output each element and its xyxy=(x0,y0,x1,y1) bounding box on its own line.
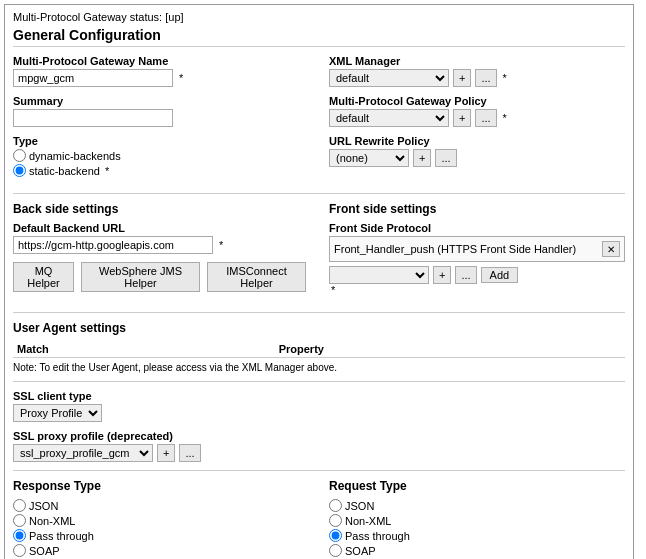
response-soap-label: SOAP xyxy=(29,545,60,557)
user-agent-section: User Agent settings Match Property Note:… xyxy=(13,321,625,373)
request-soap-radio[interactable] xyxy=(329,544,342,557)
response-nonxml-label: Non-XML xyxy=(29,515,75,527)
ssl-proxy-profile-select[interactable]: ssl_proxy_profile_gcm xyxy=(13,444,153,462)
user-agent-table: Match Property xyxy=(13,341,625,358)
request-passthrough-label: Pass through xyxy=(345,530,410,542)
status-label: Multi-Protocol Gateway status: xyxy=(13,11,162,23)
xml-manager-group: XML Manager default + ... * xyxy=(329,55,625,87)
xml-manager-row: default + ... * xyxy=(329,69,625,87)
type-static: static-backend * xyxy=(13,164,309,177)
request-type-radio-group: JSON Non-XML Pass through SOAP XML xyxy=(329,499,625,559)
request-type-title: Request Type xyxy=(329,479,625,493)
gateway-policy-row: default + ... * xyxy=(329,109,625,127)
xml-manager-add-btn[interactable]: + xyxy=(453,69,471,87)
response-type-radio-group: JSON Non-XML Pass through SOAP XML xyxy=(13,499,309,559)
response-nonxml: Non-XML xyxy=(13,514,309,527)
url-rewrite-add-btn[interactable]: + xyxy=(413,149,431,167)
gateway-name-input[interactable] xyxy=(13,69,173,87)
gateway-policy-add-btn[interactable]: + xyxy=(453,109,471,127)
back-side-title: Back side settings xyxy=(13,202,309,216)
summary-input[interactable] xyxy=(13,109,173,127)
ssl-client-type-select[interactable]: Proxy Profile xyxy=(13,404,102,422)
url-rewrite-ellipsis-btn[interactable]: ... xyxy=(435,149,456,167)
front-protocol-value: Front_Handler_push (HTTPS Front Side Han… xyxy=(334,243,602,255)
user-agent-title: User Agent settings xyxy=(13,321,625,335)
xml-manager-ellipsis-btn[interactable]: ... xyxy=(475,69,496,87)
gateway-policy-required: * xyxy=(503,112,507,124)
gateway-policy-select[interactable]: default xyxy=(329,109,449,127)
gateway-name-group: Multi-Protocol Gateway Name * xyxy=(13,55,309,87)
response-soap-radio[interactable] xyxy=(13,544,26,557)
response-passthrough-label: Pass through xyxy=(29,530,94,542)
imsconnect-helper-btn[interactable]: IMSConnect Helper xyxy=(207,262,306,292)
status-value: [up] xyxy=(165,11,183,23)
xml-manager-required: * xyxy=(503,72,507,84)
request-passthrough-radio[interactable] xyxy=(329,529,342,542)
ssl-proxy-profile-row: ssl_proxy_profile_gcm + ... xyxy=(13,444,625,462)
request-nonxml-radio[interactable] xyxy=(329,514,342,527)
front-protocol-select[interactable] xyxy=(329,266,429,284)
back-side-section: Back side settings Default Backend URL *… xyxy=(13,202,309,304)
backend-url-required: * xyxy=(219,239,223,251)
summary-label: Summary xyxy=(13,95,309,107)
type-dynamic-radio[interactable] xyxy=(13,149,26,162)
gateway-policy-group: Multi-Protocol Gateway Policy default + … xyxy=(329,95,625,127)
websphere-helper-btn[interactable]: WebSphere JMS Helper xyxy=(81,262,200,292)
xml-manager-select[interactable]: default xyxy=(329,69,449,87)
type-static-label: static-backend xyxy=(29,165,100,177)
request-type-section: Request Type JSON Non-XML Pass through S… xyxy=(329,479,625,559)
url-rewrite-select[interactable]: (none) xyxy=(329,149,409,167)
type-static-radio[interactable] xyxy=(13,164,26,177)
front-protocol-add-btn[interactable]: Add xyxy=(481,267,519,283)
ssl-proxy-ellipsis-btn[interactable]: ... xyxy=(179,444,200,462)
front-protocol-add-row: + ... Add xyxy=(329,266,625,284)
response-json-radio[interactable] xyxy=(13,499,26,512)
backend-url-input[interactable] xyxy=(13,236,213,254)
backend-url-group: Default Backend URL * xyxy=(13,222,309,254)
right-top: XML Manager default + ... * Multi-Protoc… xyxy=(329,55,625,185)
request-soap-label: SOAP xyxy=(345,545,376,557)
gateway-policy-label: Multi-Protocol Gateway Policy xyxy=(329,95,625,107)
type-label: Type xyxy=(13,135,309,147)
request-nonxml: Non-XML xyxy=(329,514,625,527)
helper-buttons-row: MQ Helper WebSphere JMS Helper IMSConnec… xyxy=(13,262,309,292)
response-soap: SOAP xyxy=(13,544,309,557)
top-section: Multi-Protocol Gateway Name * Summary Ty… xyxy=(13,55,625,185)
front-side-section: Front side settings Front Side Protocol … xyxy=(329,202,625,304)
type-group: Type dynamic-backends static-backend * xyxy=(13,135,309,177)
ssl-proxy-profile-label: SSL proxy profile (deprecated) xyxy=(13,430,625,442)
mq-helper-btn[interactable]: MQ Helper xyxy=(13,262,74,292)
user-agent-note: Note: To edit the User Agent, please acc… xyxy=(13,362,625,373)
front-protocol-box: Front_Handler_push (HTTPS Front Side Han… xyxy=(329,236,625,262)
xml-manager-label: XML Manager xyxy=(329,55,625,67)
request-json-radio[interactable] xyxy=(329,499,342,512)
response-passthrough-radio[interactable] xyxy=(13,529,26,542)
gateway-policy-ellipsis-btn[interactable]: ... xyxy=(475,109,496,127)
type-radio-group: dynamic-backends static-backend * xyxy=(13,149,309,177)
front-side-title: Front side settings xyxy=(329,202,625,216)
front-protocol-ellipsis-btn[interactable]: ... xyxy=(455,266,476,284)
backend-url-row: * xyxy=(13,236,309,254)
request-json-label: JSON xyxy=(345,500,374,512)
backend-url-label: Default Backend URL xyxy=(13,222,309,234)
response-json: JSON xyxy=(13,499,309,512)
front-protocol-label: Front Side Protocol xyxy=(329,222,625,234)
front-protocol-add-icon-btn[interactable]: + xyxy=(433,266,451,284)
divider-4 xyxy=(13,470,625,471)
front-protocol-remove-btn[interactable]: ✕ xyxy=(602,241,620,257)
type-dynamic: dynamic-backends xyxy=(13,149,309,162)
request-json: JSON xyxy=(329,499,625,512)
response-json-label: JSON xyxy=(29,500,58,512)
ssl-client-type-row: Proxy Profile xyxy=(13,404,625,422)
response-nonxml-radio[interactable] xyxy=(13,514,26,527)
ssl-proxy-add-btn[interactable]: + xyxy=(157,444,175,462)
gateway-name-row: * xyxy=(13,69,309,87)
divider-2 xyxy=(13,312,625,313)
middle-section: Back side settings Default Backend URL *… xyxy=(13,202,625,304)
type-dynamic-label: dynamic-backends xyxy=(29,150,121,162)
summary-group: Summary xyxy=(13,95,309,127)
ssl-client-type-label: SSL client type xyxy=(13,390,625,402)
status-bar: Multi-Protocol Gateway status: [up] xyxy=(13,11,625,23)
main-container: Multi-Protocol Gateway status: [up] Gene… xyxy=(4,4,634,559)
url-rewrite-group: URL Rewrite Policy (none) + ... xyxy=(329,135,625,167)
